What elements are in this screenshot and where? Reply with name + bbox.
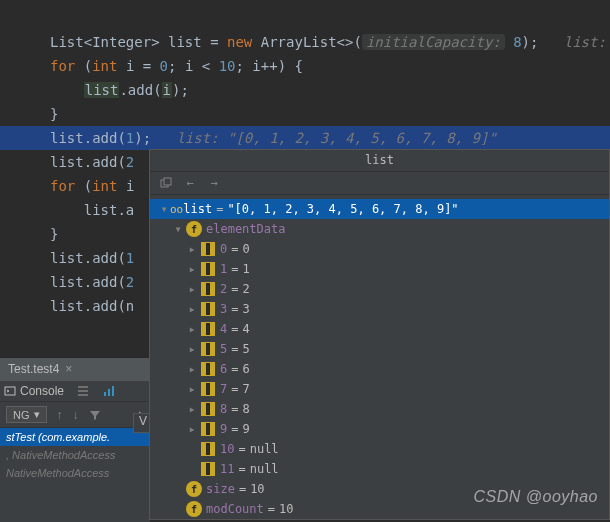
var-value: 3 (242, 302, 249, 316)
array-element-icon (201, 442, 215, 456)
chart-icon[interactable] (102, 384, 116, 398)
tree-array-item[interactable]: ▸2=2 (150, 279, 609, 299)
var-value: 8 (242, 402, 249, 416)
svg-rect-5 (164, 178, 171, 185)
chevron-right-icon[interactable]: ▸ (186, 402, 198, 416)
var-value: 10 (279, 502, 293, 516)
chevron-right-icon[interactable]: ▸ (186, 362, 198, 376)
array-element-icon (201, 242, 215, 256)
tree-array-item[interactable]: ▸7=7 (150, 379, 609, 399)
var-value: 6 (242, 362, 249, 376)
var-value: 2 (242, 282, 249, 296)
code-line: } (50, 102, 610, 126)
var-name: 0 (220, 242, 227, 256)
chevron-down-icon: ▾ (34, 408, 40, 421)
thread-selector[interactable]: NG ▾ (6, 406, 47, 423)
tab-console[interactable]: Console (4, 384, 64, 398)
code-line: list.add(i); (50, 78, 610, 102)
chevron-right-icon[interactable]: ▸ (186, 342, 198, 356)
popup-title: list (150, 150, 609, 172)
forward-icon[interactable]: → (206, 175, 222, 191)
frame-row[interactable]: stTest (com.example. (0, 428, 150, 446)
current-exec-line: list.add(1); list: "[0, 1, 2, 3, 4, 5, 6… (0, 126, 610, 150)
var-name: 10 (220, 442, 234, 456)
field-icon: f (186, 501, 202, 517)
close-icon[interactable]: × (65, 362, 72, 376)
code-line: for (int i = 0; i < 10; i++) { (50, 54, 610, 78)
variable-tree: ▾ oo list = "[0, 1, 2, 3, 4, 5, 6, 7, 8,… (150, 195, 609, 522)
file-tab[interactable]: Test.test4 × (0, 358, 150, 380)
var-name: 3 (220, 302, 227, 316)
chevron-right-icon[interactable]: ▸ (186, 242, 198, 256)
arrow-up-icon[interactable]: ↑ (57, 408, 63, 422)
var-value: 5 (242, 342, 249, 356)
tree-array-item[interactable]: ▸0=0 (150, 239, 609, 259)
var-value: null (250, 442, 279, 456)
frames-list: stTest (com.example. , NativeMethodAcces… (0, 428, 150, 482)
tree-array-item[interactable]: ▸1=1 (150, 259, 609, 279)
file-tab-label: Test.test4 (8, 362, 59, 376)
var-name: size (206, 482, 235, 496)
array-element-icon (201, 322, 215, 336)
var-value: 4 (242, 322, 249, 336)
array-element-icon (201, 382, 215, 396)
var-name: list (183, 202, 212, 216)
popup-toolbar: ← → (150, 172, 609, 195)
array-element-icon (201, 422, 215, 436)
list-icon[interactable] (76, 384, 90, 398)
var-value: 7 (242, 382, 249, 396)
frame-row[interactable]: NativeMethodAccess (0, 464, 150, 482)
var-name: elementData (206, 222, 285, 236)
var-value: null (250, 462, 279, 476)
tree-array-item[interactable]: ▸8=8 (150, 399, 609, 419)
new-watch-icon[interactable] (158, 175, 174, 191)
var-name: 8 (220, 402, 227, 416)
tree-array-item[interactable]: ▸5=5 (150, 339, 609, 359)
watermark: CSDN @ooyhao (473, 488, 598, 506)
tree-array-item[interactable]: ▸6=6 (150, 359, 609, 379)
variables-header: V (133, 413, 150, 433)
svg-rect-3 (112, 386, 114, 396)
tab-console-label: Console (20, 384, 64, 398)
array-element-icon (201, 342, 215, 356)
frame-row[interactable]: , NativeMethodAccess (0, 446, 150, 464)
var-value: 10 (250, 482, 264, 496)
editor-tabs: Test.test4 × (0, 357, 150, 380)
chevron-right-icon[interactable]: ▸ (186, 262, 198, 276)
filter-icon[interactable] (89, 409, 101, 421)
var-value: 1 (242, 262, 249, 276)
var-value: 0 (242, 242, 249, 256)
tree-node[interactable]: ▾ f elementData (150, 219, 609, 239)
var-name: 6 (220, 362, 227, 376)
tree-array-item[interactable]: ▸10=null (150, 439, 609, 459)
array-element-icon (201, 262, 215, 276)
chevron-right-icon[interactable]: ▸ (186, 282, 198, 296)
svg-rect-2 (108, 389, 110, 396)
tree-array-item[interactable]: ▸4=4 (150, 319, 609, 339)
chevron-right-icon[interactable]: ▸ (186, 322, 198, 336)
array-element-icon (201, 302, 215, 316)
field-icon: f (186, 221, 202, 237)
chevron-down-icon[interactable]: ▾ (158, 202, 170, 216)
var-name: 5 (220, 342, 227, 356)
var-name: modCount (206, 502, 264, 516)
debug-panel: Console NG ▾ ↑ ↓ + stTest (com.example. … (0, 380, 150, 522)
back-icon[interactable]: ← (182, 175, 198, 191)
var-value: 9 (242, 422, 249, 436)
svg-rect-1 (104, 392, 106, 396)
var-name: 9 (220, 422, 227, 436)
chevron-down-icon[interactable]: ▾ (172, 222, 184, 236)
chevron-right-icon[interactable]: ▸ (186, 302, 198, 316)
field-icon: f (186, 481, 202, 497)
tree-array-item[interactable]: ▸9=9 (150, 419, 609, 439)
tree-array-item[interactable]: ▸3=3 (150, 299, 609, 319)
chevron-right-icon[interactable]: ▸ (186, 422, 198, 436)
arrow-down-icon[interactable]: ↓ (73, 408, 79, 422)
chevron-right-icon[interactable]: ▸ (186, 382, 198, 396)
var-value: "[0, 1, 2, 3, 4, 5, 6, 7, 8, 9]" (227, 202, 458, 216)
thread-label: NG (13, 409, 30, 421)
array-element-icon (201, 282, 215, 296)
tree-array-item[interactable]: ▸11=null (150, 459, 609, 479)
code-line: List<Integer> list = new ArrayList<>(ini… (50, 30, 610, 54)
tree-root[interactable]: ▾ oo list = "[0, 1, 2, 3, 4, 5, 6, 7, 8,… (150, 199, 609, 219)
